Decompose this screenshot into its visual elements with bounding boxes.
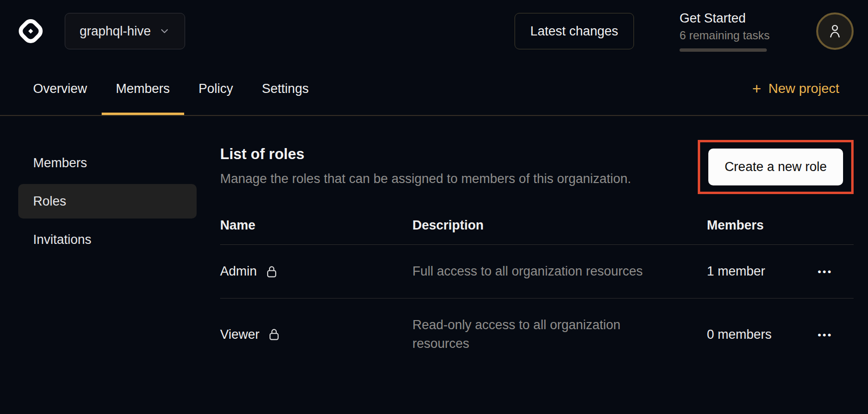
create-new-role-button[interactable]: Create a new role — [708, 149, 843, 185]
row-menu-ellipsis-icon[interactable]: ••• — [818, 327, 854, 343]
tab-policy[interactable]: Policy — [184, 62, 247, 115]
page-title: List of roles — [220, 146, 631, 163]
role-description: Read-only access to all organization res… — [412, 316, 707, 353]
roles-table: Name Description Members Admin Full acce… — [220, 214, 854, 370]
role-name: Viewer — [220, 327, 259, 342]
user-icon — [827, 22, 843, 40]
role-name-cell: Viewer — [220, 327, 412, 342]
org-selector-button[interactable]: graphql-hive — [65, 13, 185, 49]
get-started-title: Get Started — [680, 11, 771, 26]
user-avatar[interactable] — [816, 12, 854, 50]
chevron-down-icon — [159, 25, 170, 37]
role-members-count: 0 members — [707, 327, 818, 342]
table-header-row: Name Description Members — [220, 214, 854, 245]
sidebar-item-invitations[interactable]: Invitations — [18, 222, 197, 257]
content-area: Members Roles Invitations List of roles … — [0, 116, 868, 370]
tab-settings[interactable]: Settings — [247, 62, 323, 115]
hive-logo-icon — [17, 16, 45, 46]
members-sidebar: Members Roles Invitations — [18, 146, 197, 370]
plus-icon: + — [752, 81, 761, 96]
annotation-highlight: Create a new role — [698, 140, 854, 194]
lock-icon — [268, 327, 281, 342]
get-started-remaining: 6 remaining tasks — [680, 29, 771, 42]
sidebar-item-members[interactable]: Members — [18, 146, 197, 180]
roles-header-text: List of roles Manage the roles that can … — [220, 146, 631, 186]
role-name: Admin — [220, 264, 257, 279]
tab-overview[interactable]: Overview — [19, 62, 102, 115]
roles-header: List of roles Manage the roles that can … — [220, 146, 854, 194]
roles-main-panel: List of roles Manage the roles that can … — [220, 146, 854, 370]
table-row: Admin Full access to all organization re… — [220, 245, 854, 299]
column-header-name: Name — [220, 218, 412, 233]
org-tabbar: Overview Members Policy Settings + New p… — [0, 62, 868, 116]
role-members-count: 1 member — [707, 264, 818, 279]
get-started-widget[interactable]: Get Started 6 remaining tasks — [680, 11, 771, 52]
column-header-members: Members — [707, 218, 818, 233]
role-description: Full access to all organization resource… — [412, 262, 707, 281]
org-name: graphql-hive — [80, 24, 151, 39]
page-subtitle: Manage the roles that can be assigned to… — [220, 172, 631, 186]
lock-icon — [265, 264, 278, 279]
column-header-description: Description — [412, 218, 707, 233]
get-started-progress-bar — [680, 48, 767, 52]
sidebar-item-roles[interactable]: Roles — [18, 184, 197, 218]
row-menu-ellipsis-icon[interactable]: ••• — [818, 264, 854, 279]
new-project-label: New project — [768, 81, 839, 96]
top-header: graphql-hive Latest changes Get Started … — [0, 0, 868, 62]
table-row: Viewer Read-only access to all organizat… — [220, 299, 854, 370]
new-project-button[interactable]: + New project — [752, 62, 839, 115]
tab-members[interactable]: Members — [102, 62, 185, 115]
role-name-cell: Admin — [220, 264, 412, 279]
latest-changes-button[interactable]: Latest changes — [515, 13, 634, 49]
